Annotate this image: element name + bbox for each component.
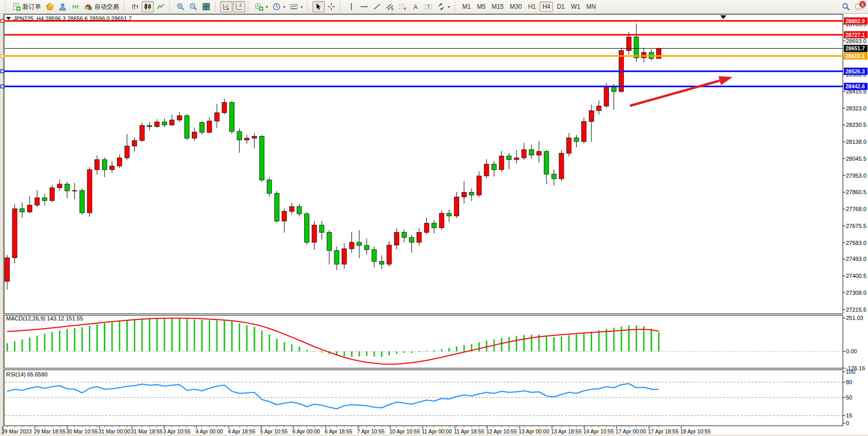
candle-body [522, 149, 526, 158]
channel-icon: E [386, 3, 394, 11]
line-anchor-handle[interactable] [1, 85, 4, 88]
channel-button[interactable]: E [384, 1, 396, 12]
periods-button[interactable]: ▾ [270, 1, 287, 12]
timeframe-m1[interactable]: M1 [460, 2, 474, 12]
candle-body [432, 223, 437, 228]
candle-body [529, 149, 534, 155]
search-button[interactable] [840, 1, 852, 12]
market-button[interactable] [56, 1, 69, 12]
candle-body [185, 116, 189, 138]
rsi-axis-label: 0 [846, 420, 849, 426]
candle-body [132, 141, 137, 146]
candle-body [230, 102, 234, 131]
vertical-line-button[interactable] [345, 1, 358, 12]
crosshair-button[interactable] [325, 1, 338, 12]
auto-trading-icon [84, 3, 92, 11]
zoom-out-button[interactable] [187, 1, 200, 12]
timeframe-m30[interactable]: M30 [507, 2, 524, 12]
candle-body [50, 188, 54, 201]
candle-body [544, 151, 549, 174]
candlestick-chart-button[interactable] [142, 1, 154, 12]
time-label: 18 Apr 10:55 [680, 428, 711, 434]
text-button[interactable]: A [409, 1, 422, 12]
new-order-button[interactable]: 新订单 [10, 1, 43, 12]
arrows-caret: ▾ [448, 5, 450, 9]
candle-body [80, 191, 85, 213]
candle-body [402, 232, 406, 237]
fibonacci-button[interactable]: F [397, 1, 409, 12]
horizontal-line-button[interactable] [358, 1, 370, 12]
candle-body [357, 242, 362, 245]
candle-body [214, 113, 219, 121]
search-icon [842, 3, 850, 11]
candle-body [170, 120, 174, 125]
rsi-axis-label: 80 [846, 379, 852, 385]
time-label: 10 Apr 10:55 [389, 428, 420, 434]
tile-windows-button[interactable] [200, 1, 212, 12]
timeframe-w1[interactable]: W1 [568, 2, 583, 12]
cursor-icon [314, 3, 323, 11]
metaeditor-button[interactable] [44, 1, 56, 12]
candle-body [611, 87, 616, 91]
candle-body [439, 213, 444, 228]
line-chart-button[interactable] [154, 1, 167, 12]
timeframe-h1[interactable]: H1 [525, 2, 539, 12]
tile-windows-icon [202, 3, 210, 11]
candle [305, 212, 309, 245]
macd-axis-label: 0.00 [846, 348, 857, 354]
line-anchor-handle[interactable] [1, 70, 4, 73]
line-anchor-handle[interactable] [1, 20, 4, 23]
periods-caret: ▾ [283, 5, 285, 9]
arrows-tool-button[interactable]: ▾ [435, 1, 452, 12]
trendline-button[interactable] [371, 1, 383, 12]
auto-trading-button[interactable]: 自动交易 [82, 1, 121, 12]
candle-body [372, 250, 377, 261]
candle-body [589, 110, 594, 121]
candle-body [117, 158, 122, 166]
templates-button[interactable]: ▾ [288, 1, 305, 12]
candle-body [252, 137, 257, 139]
timeframe-mn[interactable]: MN [584, 2, 599, 12]
candle-body [125, 146, 129, 158]
periods-clock-icon [272, 3, 281, 11]
time-label: 13 Apr 18:55 [551, 428, 582, 434]
candle-body [342, 249, 347, 264]
candle-body [484, 164, 489, 176]
line-anchor-handle[interactable] [1, 54, 4, 58]
candle [582, 118, 586, 144]
main-chart-area[interactable] [4, 14, 843, 314]
timeframe-h4[interactable]: H4 [540, 2, 553, 12]
candle-body [349, 242, 354, 249]
time-label: 17 Apr 18:55 [648, 428, 679, 434]
time-label: 3 Apr 10:55 [163, 428, 191, 434]
candle [87, 167, 92, 217]
timeframe-m15[interactable]: M15 [489, 2, 506, 12]
candle-body [274, 193, 279, 221]
chart-shift-button[interactable] [233, 1, 245, 12]
candle [439, 210, 444, 230]
macd-panel[interactable] [4, 315, 843, 368]
zoom-in-icon [176, 3, 185, 11]
time-label: 5 Apr 10:55 [260, 428, 288, 434]
candle-body [455, 197, 459, 216]
price-tick-label: 27768.0 [846, 206, 866, 212]
candle [559, 150, 564, 181]
candle [185, 114, 189, 140]
candle-body [387, 245, 391, 264]
svg-text:A: A [413, 4, 418, 11]
timeframe-m5[interactable]: M5 [475, 2, 488, 12]
signals-button[interactable] [69, 1, 82, 12]
candle-body [657, 48, 661, 59]
text-label-button[interactable]: T [422, 1, 435, 12]
price-tick-label: 27493.0 [846, 256, 866, 262]
zoom-in-button[interactable] [174, 1, 187, 12]
notifications-button[interactable]: 1 [853, 1, 865, 12]
auto-scroll-button[interactable] [220, 1, 232, 12]
svg-text:E: E [391, 7, 394, 11]
bar-chart-button[interactable] [129, 1, 141, 12]
cursor-button[interactable] [312, 1, 325, 12]
rsi-axis-label: 50 [846, 394, 852, 401]
timeframe-d1[interactable]: D1 [554, 2, 567, 12]
indicators-button[interactable]: ▾ [253, 1, 270, 12]
candle-body [559, 153, 564, 179]
